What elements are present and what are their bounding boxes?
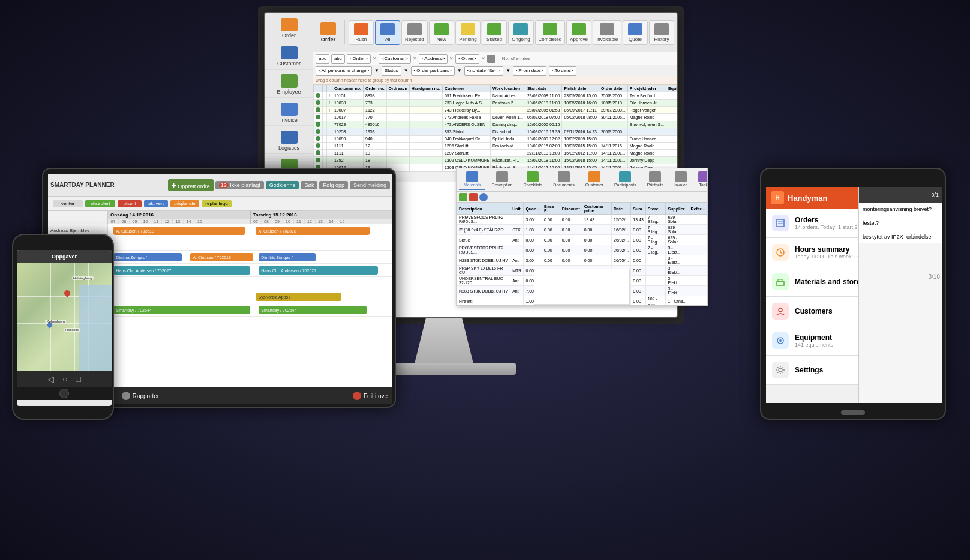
sidebar-item-employee[interactable]: Employee	[265, 70, 313, 98]
tab-invoice[interactable]: Invoice	[669, 170, 692, 190]
btn-sok[interactable]: Søk	[301, 181, 317, 189]
tab-printouts[interactable]: Printouts	[642, 170, 669, 190]
toolbar-approve-btn[interactable]: Approve	[566, 20, 592, 45]
sch-bar-7-1[interactable]: Smartday / 702644	[113, 306, 250, 314]
sidebar-item-order[interactable]: Order	[265, 13, 313, 41]
table-row[interactable]: ! 10007 1122 743 Flekkeray By... 29/07/2…	[314, 107, 677, 114]
tab-description[interactable]: Description	[486, 170, 517, 190]
toolbar-ongoing-btn[interactable]: Ongoing	[508, 20, 534, 45]
sch-nav-rapporter[interactable]: Rapporter	[122, 392, 159, 400]
filter-customer[interactable]: <Customer>	[379, 54, 411, 64]
sch-bar-1-1[interactable]: A. Clausen / 702618	[113, 227, 244, 235]
sch-bar-3-1[interactable]: Dimitra Zongas /	[113, 253, 182, 261]
table-row[interactable]: ! 10038 733 733 Høgre Auto A.S Postboks …	[314, 100, 677, 107]
date-filter[interactable]: <no date filter >	[464, 66, 504, 76]
status-filter[interactable]: Status	[382, 66, 401, 76]
right-panel-item-3[interactable]: beskytet av IP2X- orbindelser	[859, 230, 942, 243]
scheduler-legend: venter akseptert utsoilt aktivert pågåen…	[48, 197, 392, 211]
table-row[interactable]: 10099 940 940 Frakkagard Se... Spillid, …	[314, 136, 677, 143]
order-participant-filter[interactable]: <Order partipant>	[411, 66, 455, 76]
cell-ordreavn	[386, 128, 409, 136]
to-date-filter[interactable]: <To date>	[549, 66, 576, 76]
btn-godkjenne[interactable]: Godkjenne	[266, 181, 299, 189]
toolbar-pending-btn[interactable]: Pending	[455, 20, 481, 45]
sch-bar-3-3[interactable]: Dimitris Zongas /	[259, 253, 316, 261]
mat-table-row[interactable]: 3" (88.9x4.0) STÅLRØR... STK 1.00 0.00 0…	[457, 225, 707, 235]
search-material-btn[interactable]	[479, 193, 488, 201]
sch-bar-1-2[interactable]: A. Clausen / 702618	[256, 227, 370, 235]
cell-order-date	[599, 121, 627, 128]
toolbar-started-btn[interactable]: Started	[482, 20, 507, 45]
filter-address[interactable]: <Address>	[419, 54, 448, 64]
filter-other[interactable]: <Other>	[455, 54, 479, 64]
btn-send-melding[interactable]: Send melding	[350, 181, 390, 189]
tab-customer[interactable]: Customer	[581, 170, 608, 190]
mat-cell-sum: 0.00	[631, 266, 646, 276]
filter-chip-abc[interactable]: abc	[316, 54, 329, 64]
cell-ordreavn	[386, 121, 409, 128]
phone-home-btn[interactable]: ○	[62, 374, 67, 384]
filter-chip-abc2[interactable]: abc	[331, 54, 345, 64]
hour-11: 11	[151, 219, 162, 224]
tab-materials[interactable]: Materials	[459, 170, 485, 190]
phone-recents-btn[interactable]: □	[76, 374, 81, 384]
mat-table-row[interactable]: Skrue Ant 0.00 0.00 0.00 0.00 26/02/... …	[457, 235, 707, 245]
tab-participants[interactable]: Participants	[609, 170, 641, 190]
monitor-table-container[interactable]: Customer no. Order no. Ordreavn Handyman…	[313, 85, 677, 171]
materials-table-container[interactable]: Description Unit Quan... Base P... Disco…	[457, 203, 707, 305]
toolbar-quote-btn[interactable]: Quote	[623, 20, 648, 45]
table-row[interactable]: 77029 485016 473 ANDERS OLSEN Damsg-ding…	[314, 121, 677, 128]
table-row[interactable]: ! 10151 8858 691 Fredriksen, Pe... Nann,…	[314, 92, 677, 100]
sch-bar-7-2[interactable]: Smartday / 702644	[259, 306, 367, 314]
cell-start: 15/09/2016 13:39	[525, 128, 562, 136]
table-row[interactable]: 1392 18 1302 OSLO KOMMUNE Rådhuset, R...…	[314, 157, 677, 164]
toolbar-completed-btn[interactable]: Completed	[535, 20, 565, 45]
sidebar-item-customer[interactable]: Customer	[265, 41, 313, 70]
toolbar-history-btn[interactable]: History	[649, 20, 674, 45]
mat-table-row[interactable]: PRØVESFODS PRLIF2 RØDLS... 3.00 0.00 0.0…	[457, 215, 707, 225]
mat-cell-supplier: 3 - Elekt...	[666, 245, 689, 255]
add-material-btn[interactable]	[459, 193, 467, 201]
btn-folg-opp[interactable]: Følg opp	[319, 181, 348, 189]
sidebar-item-logistics[interactable]: Logistics	[265, 126, 313, 154]
sch-bar-4-1[interactable]: Hans Chr. Andersen / 702627	[113, 266, 250, 275]
phone-map[interactable]: Helsingborg København Roskilde	[17, 263, 112, 371]
toolbar-rush-btn[interactable]: Rush	[349, 20, 374, 45]
cell-manager	[627, 128, 666, 136]
person-charge-filter[interactable]: <All persons in charge>	[316, 66, 372, 76]
table-row[interactable]: 10253 1953 893 Statoil Div anbud 15/09/2…	[314, 128, 677, 136]
toolbar-rejected-btn[interactable]: Rejected	[401, 20, 428, 45]
toolbar-new-btn[interactable]: New	[429, 20, 454, 45]
mat-cell-ref	[689, 245, 707, 255]
toolbar-all-btn[interactable]: All	[375, 20, 400, 45]
table-row[interactable]: 1111 12 1296 StarLift Dra+anbud 10/03/20…	[314, 143, 677, 150]
toolbar-invoicable-btn[interactable]: Invoicable	[593, 20, 621, 45]
tab-checklists[interactable]: Checklists	[518, 170, 547, 190]
mat-table-row[interactable]: PRØVESFODS PRLIF2 RØDLS... 0.00 0.00 0.0…	[457, 245, 707, 255]
remove-material-btn[interactable]	[469, 193, 478, 201]
tab-documents[interactable]: Documents	[548, 170, 579, 190]
right-panel-item-1[interactable]: monteringsanvisning brevet?	[859, 203, 942, 216]
sidebar-item-invoice[interactable]: Invoice	[265, 98, 313, 126]
sch-bar-6-1[interactable]: SysNordic Apps /	[256, 293, 341, 301]
toolbar-divider	[344, 20, 345, 44]
phone-back-btn[interactable]: ◁	[47, 374, 54, 384]
sch-bar-3-2[interactable]: A. Clausen / 702618	[190, 253, 253, 261]
mat-cell-qty: 0.00	[524, 235, 542, 245]
cell-start: 15/02/2018 11:00	[525, 157, 562, 164]
tab-tasks[interactable]: Tasks	[693, 170, 708, 190]
settings-menu-icon	[772, 362, 789, 378]
table-row[interactable]: 1111 13 1297 StarLift 22/11/2010 13:00 1…	[314, 150, 677, 157]
btn-ikke-planlagt[interactable]: 12 Ikke planlagt	[215, 181, 264, 189]
filter-reset-icon[interactable]	[487, 55, 495, 63]
svg-rect-0	[777, 219, 784, 227]
sch-bar-4-2[interactable]: Hans Chr. Andersen / 702627	[259, 266, 378, 275]
filter-order[interactable]: <Order>	[347, 54, 371, 64]
from-date-filter[interactable]: <From date>	[513, 66, 546, 76]
btn-opprett-ordre[interactable]: + Opprett ordre	[168, 179, 214, 191]
tablet-right-home-btn[interactable]	[841, 410, 865, 415]
mat-table-row[interactable]: N283 ST0K DOBB. UJ HV Ant 3.00 0.00 0.00…	[457, 255, 707, 266]
right-panel-item-2[interactable]: festet?	[859, 216, 942, 230]
table-row[interactable]: 10017 770 773 Andreas Faksa Deven-veien …	[314, 114, 677, 121]
cell-ordreavn	[386, 100, 409, 107]
